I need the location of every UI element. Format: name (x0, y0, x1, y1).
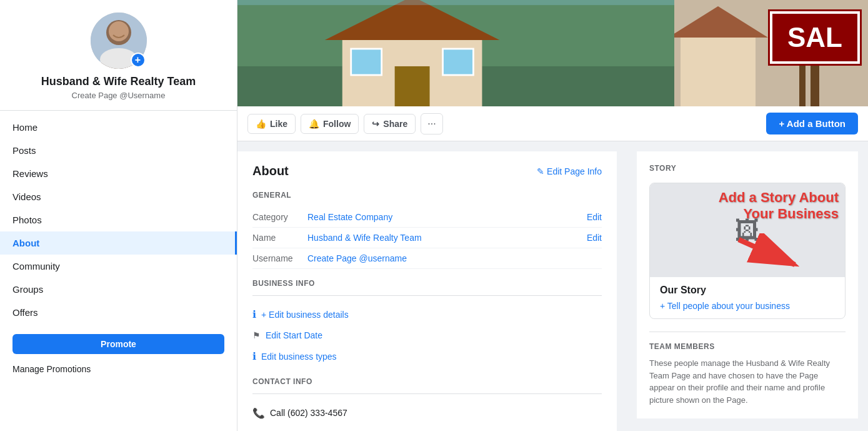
follow-button[interactable]: 🔔 Follow (301, 114, 359, 134)
username-label: Username (252, 253, 302, 263)
follow-label: Follow (323, 119, 351, 129)
cover-left-image (237, 0, 674, 106)
messenger-link[interactable]: ◎ m.me/14955991113915359 ℹ (252, 424, 602, 431)
flag-icon: ⚑ (252, 330, 261, 340)
story-section-label: STORY (649, 164, 846, 173)
general-section-label: GENERAL (252, 191, 602, 200)
avatar-wrapper: + (91, 13, 147, 69)
nav-community[interactable]: Community (0, 255, 237, 278)
nav-photos[interactable]: Photos (0, 208, 237, 231)
svg-text:SAL: SAL (787, 22, 842, 53)
category-row: Category Real Estate Company Edit (252, 207, 602, 228)
edit-business-details-label: + Edit business details (261, 310, 349, 320)
contact-info-label: CONTACT INFO (252, 377, 602, 386)
cover-right-image: SAL (674, 0, 868, 106)
sidebar: + Husband & Wife Realty Team Create Page… (0, 0, 237, 431)
manage-promotions-link[interactable]: Manage Promotions (0, 359, 237, 379)
edit-start-date-label: Edit Start Date (266, 330, 322, 340)
action-bar: 👍 Like 🔔 Follow ↪ Share ··· + Add a Butt… (237, 106, 868, 141)
story-panel: STORY 🖼 Add a Story About Your Business (637, 151, 858, 418)
username-value[interactable]: Create Page @username (307, 253, 602, 263)
share-button[interactable]: ↪ Share (364, 114, 416, 134)
arrow-icon (732, 233, 807, 271)
edit-page-info-button[interactable]: ✎ Edit Page Info (537, 166, 602, 176)
username-row: Username Create Page @username (252, 248, 602, 269)
content-area: About ✎ Edit Page Info GENERAL Category … (237, 141, 868, 431)
tell-people-link[interactable]: + Tell people about your business (660, 301, 835, 311)
name-value: Husband & Wife Realty Team (307, 233, 582, 243)
nav-groups[interactable]: Groups (0, 278, 237, 301)
page-name: Husband & Wife Realty Team (41, 75, 196, 88)
promote-button[interactable]: Promote (12, 334, 224, 354)
team-members-section: TEAM MEMBERS These people manage the Hus… (649, 332, 846, 406)
svg-rect-16 (681, 38, 756, 106)
team-description: These people manage the Husband & Wife R… (649, 357, 846, 406)
like-label: Like (270, 119, 287, 129)
nav-home-label: Home (12, 122, 37, 133)
svg-rect-14 (237, 0, 674, 5)
nav-community-label: Community (12, 261, 60, 271)
svg-rect-10 (351, 49, 382, 75)
cover-photo: SAL (237, 0, 868, 106)
nav-posts-label: Posts (12, 145, 36, 156)
edit-business-types-link[interactable]: ℹ Edit business types (252, 345, 602, 367)
phone-link[interactable]: 📞 Call (602) 333-4567 (252, 402, 602, 424)
main-content: SAL 👍 Like 🔔 Follow ↪ Share ··· (237, 0, 868, 431)
more-icon: ··· (427, 118, 436, 129)
nav-videos[interactable]: Videos (0, 185, 237, 208)
add-button-cta[interactable]: + Add a Button (766, 113, 858, 134)
info-icon-2: ℹ (252, 350, 256, 362)
team-members-label: TEAM MEMBERS (649, 342, 846, 351)
svg-line-25 (739, 240, 795, 265)
business-info-label: BUSINESS INFO (252, 279, 602, 288)
info-icon-1: ℹ (252, 308, 256, 320)
edit-business-details-link[interactable]: ℹ + Edit business details (252, 303, 602, 325)
phone-label: Call (602) 333-4567 (270, 408, 347, 418)
annotation-line2: Your Business (719, 206, 839, 222)
name-row: Name Husband & Wife Realty Team Edit (252, 228, 602, 248)
nav-reviews[interactable]: Reviews (0, 162, 237, 185)
svg-point-4 (109, 21, 129, 41)
nav-posts[interactable]: Posts (0, 139, 237, 162)
nav-photos-label: Photos (12, 215, 42, 225)
nav-offers[interactable]: Offers (0, 301, 237, 324)
about-title: About (252, 164, 289, 178)
about-panel: About ✎ Edit Page Info GENERAL Category … (237, 151, 617, 431)
nav-menu: Home Posts Reviews Videos Photos About C… (0, 111, 237, 329)
about-header: About ✎ Edit Page Info (252, 164, 602, 178)
add-photo-button[interactable]: + (131, 53, 146, 68)
nav-about-label: About (12, 238, 39, 248)
nav-about[interactable]: About (0, 231, 237, 255)
divider-2 (252, 393, 602, 394)
story-card: 🖼 Add a Story About Your Business (649, 183, 846, 319)
svg-rect-9 (395, 66, 430, 106)
svg-rect-23 (811, 66, 819, 106)
right-sidebar: STORY 🖼 Add a Story About Your Business (627, 151, 858, 431)
nav-videos-label: Videos (12, 191, 41, 202)
nav-reviews-label: Reviews (12, 168, 48, 179)
story-image-area: 🖼 Add a Story About Your Business (650, 183, 845, 277)
like-button[interactable]: 👍 Like (247, 114, 296, 134)
house-illustration (237, 0, 674, 106)
profile-section: + Husband & Wife Realty Team Create Page… (0, 0, 237, 111)
annotation-line1: Add a Story About (719, 190, 839, 206)
nav-home[interactable]: Home (0, 116, 237, 139)
svg-rect-11 (443, 49, 474, 75)
story-body: Our Story + Tell people about your busin… (650, 277, 845, 318)
category-edit-button[interactable]: Edit (587, 212, 602, 222)
phone-icon: 📞 (252, 407, 265, 419)
edit-start-date-link[interactable]: ⚑ Edit Start Date (252, 325, 602, 345)
name-edit-button[interactable]: Edit (587, 233, 602, 243)
edit-business-types-label: Edit business types (261, 352, 337, 362)
nav-groups-label: Groups (12, 284, 43, 295)
more-button[interactable]: ··· (421, 113, 442, 134)
divider-1 (252, 295, 602, 296)
follow-icon: 🔔 (309, 119, 319, 129)
category-label: Category (252, 212, 302, 222)
our-story-title: Our Story (660, 285, 835, 296)
page-username[interactable]: Create Page @Username (72, 91, 166, 100)
share-label: Share (383, 119, 407, 129)
sale-sign-illustration: SAL (674, 0, 868, 106)
story-annotation: Add a Story About Your Business (719, 190, 839, 223)
category-value: Real Estate Company (307, 212, 582, 222)
